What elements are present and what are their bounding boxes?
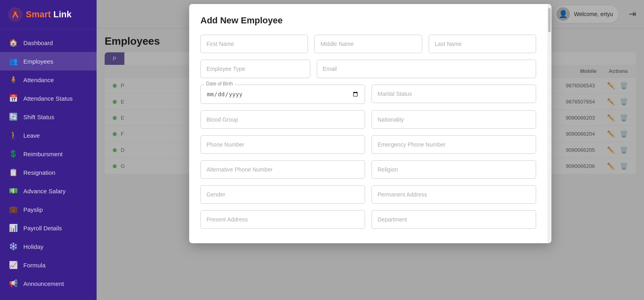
sidebar-label-formula: Formula (23, 262, 45, 269)
modal-title: Add New Employee (200, 15, 536, 26)
sidebar-item-payroll-details[interactable]: 📊 Payroll Details (0, 219, 97, 237)
sidebar-item-attendance[interactable]: 🧍 Attendance (0, 70, 97, 89)
sidebar-label-resignation: Resignation (23, 169, 55, 176)
sidebar-label-reimbursment: Reimbursment (23, 151, 63, 157)
type-email-row (200, 60, 536, 78)
logo: Smart Link (0, 0, 97, 29)
first-name-input[interactable] (200, 35, 308, 53)
resignation-icon: 📋 (9, 168, 18, 177)
sidebar-label-leave: Leave (23, 132, 40, 139)
gender-address-row (200, 185, 536, 204)
first-name-field (200, 35, 308, 53)
sidebar-item-holiday[interactable]: ❄️ Holiday (0, 237, 97, 256)
announcement-icon: 📢 (9, 279, 18, 288)
blood-group-field (200, 110, 365, 129)
last-name-input[interactable] (429, 35, 536, 53)
home-icon: 🏠 (9, 38, 18, 47)
sidebar: Smart Link 🏠 Dashboard 👥 Employees 🧍 Att… (0, 0, 97, 300)
main-content: 🔔 👤 Welcome, ertyu ⇥ Employees P Mobile … (97, 0, 644, 300)
sidebar-item-shift-status[interactable]: 🔄 Shift Status (0, 108, 97, 126)
middle-name-field (314, 35, 422, 53)
advance-salary-icon: 💵 (9, 186, 18, 195)
sidebar-item-employees[interactable]: 👥 Employees (0, 52, 97, 70)
sidebar-label-holiday: Holiday (23, 243, 43, 250)
marital-status-input[interactable] (372, 85, 536, 103)
sidebar-item-leave[interactable]: 🚶 Leave (0, 126, 97, 145)
sidebar-item-payslip[interactable]: 💼 Payslip (0, 200, 97, 219)
sidebar-item-advance-salary[interactable]: 💵 Advance Salary (0, 182, 97, 200)
nationality-field (372, 110, 536, 129)
sidebar-item-reimbursment[interactable]: 💲 Reimbursment (0, 145, 97, 163)
dob-marital-row: Date of Birth (200, 85, 536, 104)
modal-overlay[interactable]: Add New Employee (97, 0, 644, 300)
sidebar-label-attendance-status: Attendance Status (23, 95, 73, 102)
employees-icon: 👥 (9, 57, 18, 66)
email-field (317, 60, 536, 78)
modal-body: Add New Employee (189, 4, 547, 243)
attendance-status-icon: 📅 (9, 94, 18, 103)
gender-field (200, 185, 365, 204)
payroll-icon: 📊 (9, 223, 18, 232)
sidebar-label-payslip: Payslip (23, 206, 43, 213)
sidebar-label-shift-status: Shift Status (23, 114, 54, 120)
dob-label: Date of Birth (204, 81, 235, 87)
leave-icon: 🚶 (9, 131, 18, 140)
sidebar-item-formula[interactable]: 📈 Formula (0, 256, 97, 274)
present-dept-row (200, 210, 536, 229)
religion-input[interactable] (372, 160, 536, 179)
present-address-field (200, 210, 365, 229)
modal-scrollbar[interactable] (547, 4, 551, 243)
sidebar-label-dashboard: Dashboard (23, 39, 53, 46)
attendance-icon: 🧍 (9, 75, 18, 84)
phone-number-input[interactable] (200, 135, 365, 154)
scrollbar-thumb (548, 8, 551, 32)
permanent-address-input[interactable] (372, 185, 536, 204)
permanent-address-field (372, 185, 536, 204)
emergency-phone-input[interactable] (372, 135, 536, 154)
last-name-field (429, 35, 536, 53)
reimbursment-icon: 💲 (9, 149, 18, 158)
religion-field (372, 160, 536, 179)
svg-point-1 (14, 12, 17, 14)
sidebar-label-payroll-details: Payroll Details (23, 225, 62, 232)
name-row (200, 35, 536, 53)
sidebar-label-employees: Employees (23, 58, 53, 65)
sidebar-label-announcement: Announcement (23, 280, 64, 287)
middle-name-input[interactable] (314, 35, 422, 53)
alt-phone-field (200, 160, 365, 179)
email-input[interactable] (317, 60, 536, 78)
department-input[interactable] (372, 210, 536, 229)
sidebar-item-attendance-status[interactable]: 📅 Attendance Status (0, 89, 97, 108)
department-field (372, 210, 536, 229)
sidebar-item-announcement[interactable]: 📢 Announcement (0, 274, 97, 293)
dob-input[interactable] (200, 85, 365, 104)
logo-text: Smart Link (26, 9, 72, 20)
sidebar-label-attendance: Attendance (23, 77, 54, 83)
phone-emergency-row (200, 135, 536, 154)
emergency-phone-field (372, 135, 536, 154)
add-employee-modal: Add New Employee (189, 4, 551, 243)
logo-icon (8, 7, 23, 22)
alt-phone-religion-row (200, 160, 536, 179)
gender-input[interactable] (200, 185, 365, 204)
sidebar-label-advance-salary: Advance Salary (23, 188, 66, 194)
marital-status-field (372, 85, 536, 104)
employee-type-input[interactable] (200, 60, 310, 78)
sidebar-item-dashboard[interactable]: 🏠 Dashboard (0, 33, 97, 52)
blood-group-input[interactable] (200, 110, 365, 129)
holiday-icon: ❄️ (9, 242, 18, 251)
nationality-input[interactable] (372, 110, 536, 129)
formula-icon: 📈 (9, 261, 18, 269)
dob-field: Date of Birth (200, 85, 365, 104)
payslip-icon: 💼 (9, 205, 18, 214)
present-address-input[interactable] (200, 210, 365, 229)
blood-nationality-row (200, 110, 536, 129)
sidebar-item-resignation[interactable]: 📋 Resignation (0, 163, 97, 182)
phone-number-field (200, 135, 365, 154)
employee-type-field (200, 60, 310, 78)
alt-phone-input[interactable] (200, 160, 365, 179)
sidebar-nav: 🏠 Dashboard 👥 Employees 🧍 Attendance 📅 A… (0, 29, 97, 300)
shift-icon: 🔄 (9, 112, 18, 121)
